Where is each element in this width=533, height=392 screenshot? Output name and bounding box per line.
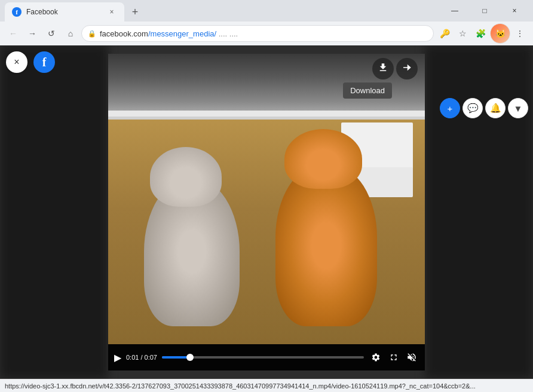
account-menu-button[interactable]: ▼ xyxy=(508,98,528,118)
video-area: Download xyxy=(108,54,425,344)
browser-tab-facebook[interactable]: f Facebook × xyxy=(5,2,124,22)
notifications-button[interactable]: 🔔 xyxy=(485,98,506,118)
play-button[interactable]: ▶ xyxy=(114,352,121,363)
tab-title: Facebook xyxy=(26,8,102,16)
gray-cat-head xyxy=(150,147,222,207)
url-params: .... .... xyxy=(216,29,238,38)
chevron-down-icon: ▼ xyxy=(514,103,523,114)
video-controls-bar: ▶ 0:01 / 0:07 xyxy=(108,344,425,370)
address-url: facebook.com/messenger_media/ .... .... xyxy=(100,29,427,38)
progress-dot xyxy=(186,354,194,361)
download-button[interactable] xyxy=(372,58,394,79)
progress-fill xyxy=(162,356,190,359)
title-bar: f Facebook × + — □ × xyxy=(0,0,533,22)
content-area: × f + 💬 🔔 ▼ xyxy=(0,45,533,379)
nav-icons: 🔑 ☆ 🧩 🐱 ⋮ xyxy=(436,23,528,44)
key-icon-button[interactable]: 🔑 xyxy=(436,25,453,42)
tab-favicon: f xyxy=(12,7,22,17)
navigation-bar: ← → ↺ ⌂ 🔒 facebook.com/messenger_media/ … xyxy=(0,22,533,45)
bell-icon: 🔔 xyxy=(490,103,501,114)
progress-bar[interactable] xyxy=(162,356,364,359)
settings-button[interactable] xyxy=(369,350,383,365)
tab-close-button[interactable]: × xyxy=(106,7,117,17)
minimize-button[interactable]: — xyxy=(441,0,468,22)
share-icon xyxy=(402,62,412,75)
orange-cat-head xyxy=(284,129,362,189)
bg-blur-right xyxy=(425,45,533,379)
time-display: 0:01 / 0:07 xyxy=(126,354,157,361)
avatar-image: 🐱 xyxy=(495,29,506,38)
video-toolbar xyxy=(108,54,425,84)
url-base: facebook.com xyxy=(100,29,148,38)
status-bar: https://video-sjc3-1.xx.fbcdn.net/v/t42.… xyxy=(0,379,533,392)
chrome-right-actions: + 💬 🔔 ▼ xyxy=(440,98,528,118)
gray-cat xyxy=(132,147,252,326)
bookmark-button[interactable]: ☆ xyxy=(454,25,471,42)
volume-button[interactable] xyxy=(405,350,419,365)
close-media-button[interactable]: × xyxy=(6,51,27,73)
home-button[interactable]: ⌂ xyxy=(62,25,79,42)
video-frame xyxy=(108,54,425,344)
profile-avatar-button[interactable]: 🐱 xyxy=(490,23,510,44)
address-bar[interactable]: 🔒 facebook.com/messenger_media/ .... ...… xyxy=(81,25,434,42)
share-button[interactable] xyxy=(396,58,418,79)
plus-icon: + xyxy=(448,103,453,114)
orange-cat-body xyxy=(275,165,377,326)
maximize-button[interactable]: □ xyxy=(471,0,498,22)
url-path: /messenger_media/ xyxy=(148,29,216,38)
close-button[interactable]: × xyxy=(501,0,528,22)
chrome-browser: f Facebook × + — □ × ← → ↺ ⌂ 🔒 facebook.… xyxy=(0,0,533,392)
facebook-logo-overlay[interactable]: f xyxy=(33,51,55,73)
fullscreen-button[interactable] xyxy=(387,350,401,365)
status-url: https://video-sjc3-1.xx.fbcdn.net/v/t42.… xyxy=(5,382,476,390)
bg-blur-left xyxy=(0,45,108,379)
controls-right xyxy=(369,350,419,365)
download-icon xyxy=(378,62,388,75)
orange-cat xyxy=(269,135,389,326)
forward-button[interactable]: → xyxy=(24,25,41,42)
reload-button[interactable]: ↺ xyxy=(43,25,60,42)
messenger-button[interactable]: 💬 xyxy=(462,98,483,118)
add-button[interactable]: + xyxy=(440,98,460,118)
window-controls: — □ × xyxy=(441,0,528,22)
back-button[interactable]: ← xyxy=(5,25,22,42)
lock-icon: 🔒 xyxy=(88,30,96,38)
messenger-icon: 💬 xyxy=(467,103,479,114)
extensions-button[interactable]: 🧩 xyxy=(472,25,489,42)
menu-button[interactable]: ⋮ xyxy=(511,25,528,42)
video-player: Download ▶ 0:01 / 0:07 xyxy=(108,54,425,370)
new-tab-button[interactable]: + xyxy=(127,4,143,20)
